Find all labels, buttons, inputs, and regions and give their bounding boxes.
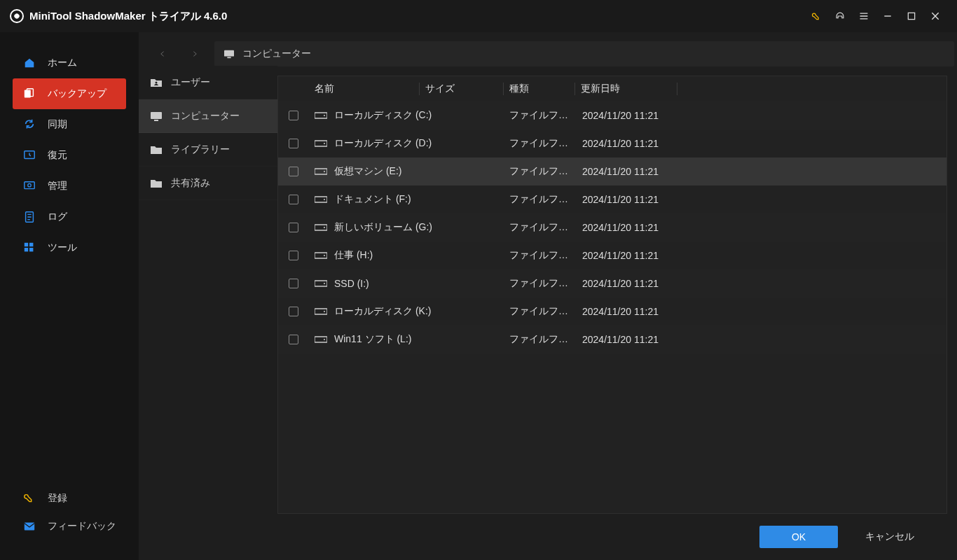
file-grid-header: 名前 サイズ 種類 更新日時 [278,76,946,102]
sidebar: ホームバックアップ同期復元管理ログツール 登録フィードバック [0,32,139,560]
row-type: ファイルフォルダ [504,221,577,234]
license-key-icon[interactable] [804,0,828,32]
dialog-footer: OK キャンセル [139,514,957,560]
table-row[interactable]: 新しいボリューム (G:) ファイルフォルダ 2024/11/20 11:21 [278,214,946,241]
drive-icon [315,223,327,232]
folder-icon [150,77,163,88]
titlebar: MiniTool ShadowMaker トライアル 4.6.0 [0,0,957,32]
row-type: ファイルフォルダ [504,193,577,206]
menu-icon[interactable] [852,0,876,32]
table-row[interactable]: ローカルディスク (K:) ファイルフォルダ 2024/11/20 11:21 [278,298,946,326]
folder-icon [150,178,163,189]
breadcrumb[interactable]: コンピューター [214,41,954,66]
row-checkbox[interactable] [278,251,309,260]
row-type: ファイルフォルダ [504,109,577,122]
row-name: ドキュメント (F:) [309,193,504,206]
breadcrumb-label: コンピューター [242,48,311,60]
sidebar-item-1[interactable]: バックアップ [13,78,126,109]
nav-back-button[interactable] [150,41,175,66]
sidebar-item-label: ホーム [48,57,77,69]
sidebar-item-label: バックアップ [48,88,106,100]
drive-icon [315,251,327,260]
table-row[interactable]: ローカルディスク (D:) ファイルフォルダ 2024/11/20 11:21 [278,130,946,158]
row-type: ファイルフォルダ [504,305,577,318]
sidebar-item-label: 同期 [48,118,67,131]
folder-icon [150,111,163,122]
file-panel: 名前 サイズ 種類 更新日時 ローカルディスク (C:) ファイルフォルダ 20… [277,76,947,514]
ok-button[interactable]: OK [759,526,838,548]
table-row[interactable]: Win11 ソフト (L:) ファイルフォルダ 2024/11/20 11:21 [278,326,946,354]
app-title: MiniTool ShadowMaker トライアル 4.6.0 [29,10,227,23]
drive-icon [315,195,327,204]
table-row[interactable]: ドキュメント (F:) ファイルフォルダ 2024/11/20 11:21 [278,186,946,214]
sidebar-bottom-item-1[interactable]: フィードバック [13,512,126,540]
row-date: 2024/11/20 11:21 [577,334,689,345]
table-row[interactable]: 仮想マシン (E:) ファイルフォルダ 2024/11/20 11:21 [278,158,946,186]
body: ホームバックアップ同期復元管理ログツール 登録フィードバック コンピューター ユ… [0,32,957,560]
col-type[interactable]: 種類 [504,83,575,95]
row-date: 2024/11/20 11:21 [577,306,689,317]
table-row[interactable]: 仕事 (H:) ファイルフォルダ 2024/11/20 11:21 [278,241,946,270]
row-checkbox[interactable] [278,167,309,176]
file-browser: ユーザーコンピューターライブラリー共有済み 名前 サイズ 種類 更新日時 ローカ… [139,66,957,514]
col-date[interactable]: 更新日時 [575,83,677,95]
minimize-icon[interactable] [876,0,900,32]
row-checkbox[interactable] [278,111,309,120]
row-checkbox[interactable] [278,195,309,204]
tree-item-label: ユーザー [171,76,210,89]
table-row[interactable]: ローカルディスク (C:) ファイルフォルダ 2024/11/20 11:21 [278,102,946,130]
sidebar-item-5[interactable]: ログ [13,202,126,232]
sidebar-item-6[interactable]: ツール [13,232,126,263]
tree-item-1[interactable]: コンピューター [139,99,277,133]
col-name[interactable]: 名前 [309,83,420,95]
sidebar-bottom-item-0[interactable]: 登録 [13,484,126,512]
sidebar-bottom-label: フィードバック [48,520,116,533]
tree-item-2[interactable]: ライブラリー [139,133,277,167]
sync-icon [22,118,36,131]
row-name: ローカルディスク (C:) [309,109,504,122]
row-type: ファイルフォルダ [504,277,577,290]
row-checkbox[interactable] [278,139,309,148]
row-name: ローカルディスク (D:) [309,137,504,150]
col-size[interactable]: サイズ [420,83,504,95]
sidebar-item-0[interactable]: ホーム [13,48,126,78]
register-icon [22,492,36,505]
restore-icon [22,149,36,162]
table-row[interactable]: SSD (I:) ファイルフォルダ 2024/11/20 11:21 [278,270,946,298]
tools-icon [22,241,36,254]
row-checkbox[interactable] [278,279,309,288]
row-checkbox[interactable] [278,223,309,232]
sidebar-item-4[interactable]: 管理 [13,171,126,202]
row-type: ファイルフォルダ [504,137,577,150]
sidebar-item-2[interactable]: 同期 [13,109,126,140]
row-name: Win11 ソフト (L:) [309,333,504,346]
sidebar-bottom-label: 登録 [48,492,67,505]
row-date: 2024/11/20 11:21 [577,138,689,149]
computer-icon [223,49,235,59]
folder-icon [150,144,163,155]
sidebar-nav: ホームバックアップ同期復元管理ログツール [0,32,139,263]
sidebar-bottom: 登録フィードバック [0,484,139,560]
row-checkbox[interactable] [278,307,309,316]
main: コンピューター ユーザーコンピューターライブラリー共有済み 名前 サイズ 種類 … [139,32,957,560]
sidebar-item-label: ログ [48,211,67,223]
sidebar-item-3[interactable]: 復元 [13,140,126,171]
cancel-button[interactable]: キャンセル [851,526,929,548]
tree-item-0[interactable]: ユーザー [139,66,277,99]
window-controls [804,0,947,32]
row-date: 2024/11/20 11:21 [577,194,689,205]
manage-icon [22,180,36,192]
row-type: ファイルフォルダ [504,333,577,346]
maximize-icon[interactable] [900,0,923,32]
row-date: 2024/11/20 11:21 [577,166,689,177]
nav-forward-button[interactable] [182,41,207,66]
close-icon[interactable] [923,0,947,32]
drive-icon [315,279,327,288]
support-icon[interactable] [828,0,852,32]
row-checkbox[interactable] [278,335,309,344]
sidebar-item-label: 復元 [48,149,67,162]
drive-icon [315,335,327,344]
row-date: 2024/11/20 11:21 [577,250,689,261]
tree-item-3[interactable]: 共有済み [139,167,277,200]
drive-icon [315,167,327,176]
